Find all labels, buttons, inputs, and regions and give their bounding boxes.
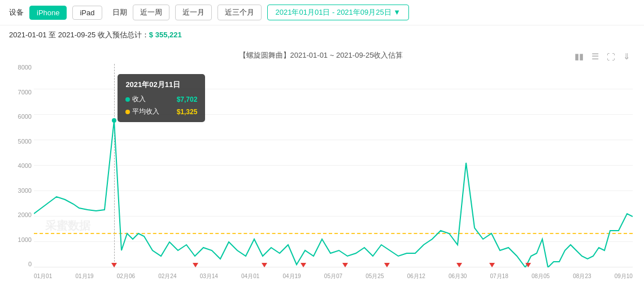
tooltip-revenue-label: 收入	[132, 94, 146, 104]
x-label-0525: 05月25	[365, 272, 384, 280]
list-icon[interactable]: ☰	[589, 50, 601, 63]
flag-3	[262, 263, 267, 267]
chart-container: 【螺旋圆舞曲】2021-01-01 ~ 2021-09-25收入估算 ▮▮ ☰ …	[0, 45, 644, 290]
x-label-0401: 04月01	[241, 272, 259, 280]
y-label-8000: 8000	[9, 64, 34, 71]
x-label-0805: 08月05	[532, 272, 550, 280]
tooltip-revenue-value: $7,702	[177, 96, 198, 103]
flag-8	[489, 263, 495, 267]
y-label-3000: 3000	[9, 187, 34, 194]
bar-chart-icon[interactable]: ▮▮	[573, 50, 585, 63]
device-label: 设备	[9, 7, 24, 18]
three-months-button[interactable]: 近三个月	[217, 5, 262, 20]
toolbar: 设备 iPhone iPad 日期 近一周 近一月 近三个月 2021年01月0…	[0, 0, 644, 25]
x-label-0119: 01月19	[75, 272, 93, 280]
x-label-0314: 03月14	[200, 272, 218, 280]
tooltip-dot	[112, 118, 116, 123]
tooltip-revenue-label-row: 收入	[125, 94, 146, 104]
week-button[interactable]: 近一周	[133, 5, 169, 20]
y-label-0: 0	[9, 261, 34, 267]
flag-9	[525, 263, 531, 267]
y-axis: 0 1000 2000 3000 4000 5000 6000 7000 800…	[9, 64, 34, 267]
x-label-0101: 01月01	[34, 272, 52, 280]
flag-5	[342, 263, 348, 267]
tooltip-date: 2021年02月11日	[125, 80, 197, 90]
tooltip-avg-value: $1,325	[177, 108, 198, 116]
x-label-0630: 06月30	[449, 272, 467, 280]
y-label-6000: 6000	[9, 113, 34, 120]
tooltip: 2021年02月11日 收入 $7,702 平均收入 $1,325	[118, 74, 205, 122]
tooltip-avg-dot	[125, 110, 130, 114]
x-label-0823: 08月23	[573, 272, 591, 280]
x-label-0419: 04月19	[282, 272, 301, 280]
y-label-1000: 1000	[9, 236, 34, 243]
tooltip-row-revenue: 收入 $7,702	[125, 94, 197, 104]
chart-area: 0 1000 2000 3000 4000 5000 6000 7000 800…	[9, 64, 633, 284]
date-range-button[interactable]: 2021年01月01日 - 2021年09月25日 ▼	[267, 5, 410, 20]
plot-area: 采蜜数据 2021年02月11日 收入 $7,702	[34, 64, 633, 267]
date-label: 日期	[112, 7, 127, 18]
tooltip-avg-label-row: 平均收入	[125, 107, 159, 116]
x-label-0718: 07月18	[490, 272, 508, 280]
month-button[interactable]: 近一月	[175, 5, 212, 20]
tooltip-avg-label: 平均收入	[132, 107, 159, 116]
x-label-0507: 05月07	[324, 272, 342, 280]
y-label-7000: 7000	[9, 89, 34, 96]
summary-text: 2021-01-01 至 2021-09-25 收入预估总计：	[9, 31, 149, 39]
summary-value: $ 355,221	[149, 31, 182, 39]
summary-bar: 2021-01-01 至 2021-09-25 收入预估总计：$ 355,221	[0, 25, 644, 45]
y-label-2000: 2000	[9, 211, 34, 218]
x-label-0224: 02月24	[158, 272, 176, 280]
iphone-button[interactable]: iPhone	[29, 6, 67, 20]
x-axis: 01月01 01月19 02月06 02月24 03月14 04月01 04月1…	[34, 269, 633, 284]
chart-icons: ▮▮ ☰ ⛶ ⇓	[573, 50, 633, 63]
tooltip-revenue-dot	[125, 97, 130, 102]
flag-4	[301, 263, 306, 267]
ipad-button[interactable]: iPad	[72, 6, 102, 20]
flag-2	[193, 263, 198, 267]
y-label-5000: 5000	[9, 138, 34, 145]
flag-1	[111, 263, 117, 267]
chart-title: 【螺旋圆舞曲】2021-01-01 ~ 2021-09-25收入估算	[9, 50, 633, 60]
y-label-4000: 4000	[9, 162, 34, 169]
flag-6	[384, 263, 390, 267]
x-label-0612: 06月12	[407, 272, 425, 280]
x-label-0206: 02月06	[117, 272, 135, 280]
x-label-0910: 09月10	[615, 272, 633, 280]
flag-7	[456, 263, 462, 267]
tooltip-row-avg: 平均收入 $1,325	[125, 107, 197, 116]
download-icon[interactable]: ⇓	[620, 50, 633, 63]
image-icon[interactable]: ⛶	[604, 50, 617, 63]
revenue-line	[34, 120, 633, 267]
